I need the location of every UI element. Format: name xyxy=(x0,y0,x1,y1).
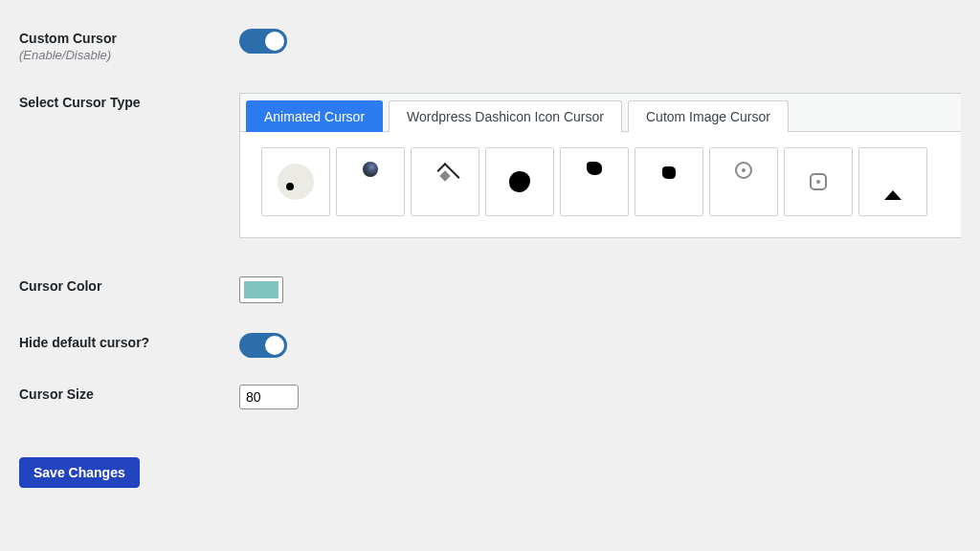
ring-dot-icon xyxy=(735,162,752,179)
label-hide-default-text: Hide default cursor? xyxy=(19,335,149,350)
cursor-option-blob-small-2[interactable] xyxy=(635,147,703,216)
label-cursor-size-text: Cursor Size xyxy=(19,386,94,402)
label-cursor-color-text: Cursor Color xyxy=(19,278,101,294)
color-swatch-icon xyxy=(244,281,278,298)
toggle-hide-default[interactable] xyxy=(239,333,287,358)
cursor-option-blob-large[interactable] xyxy=(485,147,554,216)
label-custom-cursor-sub: (Enable/Disable) xyxy=(19,48,239,62)
settings-form: Custom Cursor (Enable/Disable) Select Cu… xyxy=(0,0,980,507)
control-cursor-size xyxy=(239,385,961,409)
blob-small-1-icon xyxy=(587,162,602,175)
cursor-size-input[interactable] xyxy=(239,385,299,409)
label-custom-cursor: Custom Cursor (Enable/Disable) xyxy=(19,29,239,62)
row-cursor-color: Cursor Color xyxy=(19,276,961,306)
cursor-option-triangle-up[interactable] xyxy=(858,147,927,216)
cursor-option-circle-dot[interactable] xyxy=(261,147,330,216)
toggle-custom-cursor[interactable] xyxy=(239,29,287,54)
toggle-knob-icon xyxy=(265,32,284,51)
cursor-option-blob-small-1[interactable] xyxy=(560,147,629,216)
control-cursor-type: Animated Cursor Wordpress Dashicon Icon … xyxy=(239,93,961,238)
control-hide-default xyxy=(239,333,961,358)
label-cursor-type: Select Cursor Type xyxy=(19,93,239,110)
blob-large-icon xyxy=(509,171,530,192)
tab-custom-image-cursor[interactable]: Cutom Image Cursor xyxy=(628,100,789,132)
cursor-type-tabs: Animated Cursor Wordpress Dashicon Icon … xyxy=(240,94,961,132)
dark-globe-icon xyxy=(363,162,378,177)
circle-dot-icon xyxy=(278,164,314,200)
blob-small-2-icon xyxy=(662,166,676,179)
row-cursor-size: Cursor Size xyxy=(19,385,961,409)
cursor-option-chevron-diamond[interactable] xyxy=(411,147,479,216)
actions-row: Save Changes xyxy=(19,457,961,488)
cursor-option-dark-globe[interactable] xyxy=(336,147,405,216)
tab-animated-cursor[interactable]: Animated Cursor xyxy=(246,100,383,132)
control-cursor-color xyxy=(239,276,961,306)
row-cursor-type: Select Cursor Type Animated Cursor Wordp… xyxy=(19,93,961,238)
label-cursor-size: Cursor Size xyxy=(19,385,239,402)
triangle-up-icon xyxy=(884,190,902,200)
rounded-square-dot-icon xyxy=(810,173,827,190)
save-button[interactable]: Save Changes xyxy=(19,457,140,488)
label-cursor-color: Cursor Color xyxy=(19,276,239,294)
label-custom-cursor-text: Custom Cursor xyxy=(19,31,117,46)
row-hide-default: Hide default cursor? xyxy=(19,333,961,358)
color-picker[interactable] xyxy=(239,276,283,303)
control-custom-cursor xyxy=(239,29,961,54)
chevron-diamond-icon xyxy=(434,163,456,178)
cursor-option-rounded-square-dot[interactable] xyxy=(784,147,853,216)
row-custom-cursor: Custom Cursor (Enable/Disable) xyxy=(19,29,961,62)
cursor-options-grid xyxy=(240,132,961,237)
label-hide-default: Hide default cursor? xyxy=(19,333,239,350)
cursor-type-panel: Animated Cursor Wordpress Dashicon Icon … xyxy=(239,93,961,238)
cursor-option-ring-dot[interactable] xyxy=(709,147,778,216)
label-cursor-type-text: Select Cursor Type xyxy=(19,95,141,110)
toggle-knob-icon xyxy=(265,336,284,355)
tab-dashicon-cursor[interactable]: Wordpress Dashicon Icon Cursor xyxy=(389,100,622,132)
